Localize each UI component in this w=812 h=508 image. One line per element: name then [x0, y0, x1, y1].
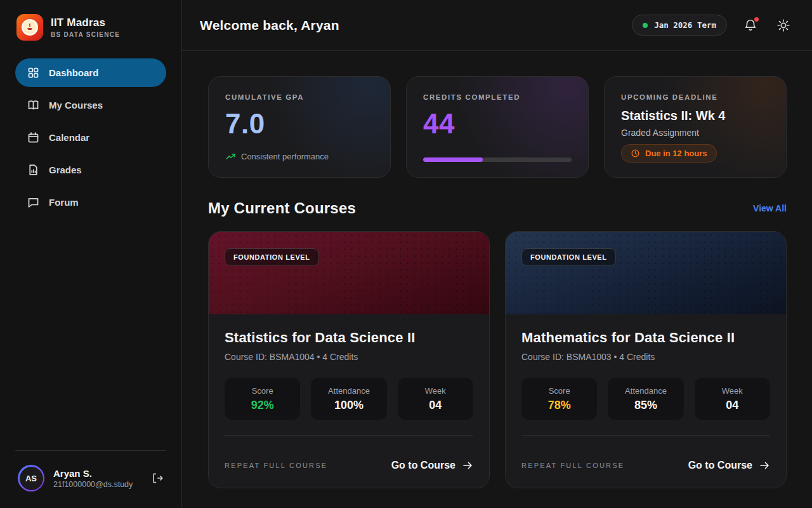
- view-all-link[interactable]: View All: [753, 203, 787, 213]
- sidebar-nav: Dashboard My Courses Calendar: [0, 58, 181, 217]
- go-to-course-button[interactable]: Go to Course: [391, 460, 473, 471]
- score-stat: Score 78%: [521, 378, 597, 420]
- credits-progress-fill: [423, 157, 483, 162]
- divider: [521, 435, 770, 436]
- sidebar-item-label: Dashboard: [49, 67, 98, 78]
- course-stats: Score 92% Attendance 100% Week 04: [225, 378, 473, 420]
- level-badge: FOUNDATION LEVEL: [521, 248, 616, 266]
- theme-toggle-button[interactable]: [774, 16, 793, 35]
- go-to-course-label: Go to Course: [391, 460, 455, 471]
- main-area: Welcome back, Aryan Jan 2026 Term: [182, 0, 812, 508]
- deadline-card: UPCOMING DEADLINE Statistics II: Wk 4 Gr…: [604, 76, 787, 178]
- user-email: 21f1000000@ds.study: [53, 480, 142, 489]
- course-meta: Course ID: BSMA1003 • 4 Credits: [521, 352, 770, 362]
- score-stat: Score 92%: [225, 378, 300, 420]
- gpa-value: 7.0: [225, 110, 374, 138]
- status-dot: [643, 23, 648, 28]
- sidebar: IIT Madras BS DATA SCIENCE Dashboard My …: [0, 0, 182, 508]
- course-tag: REPEAT FULL COURSE: [521, 462, 624, 469]
- stats-row: CUMULATIVE GPA 7.0 Consistent performanc…: [208, 76, 787, 178]
- week-label: Week: [425, 386, 446, 396]
- attendance-label: Attendance: [625, 386, 667, 396]
- topbar: Welcome back, Aryan Jan 2026 Term: [182, 0, 812, 51]
- document-chart-icon: [27, 163, 40, 177]
- score-value: 92%: [251, 399, 274, 412]
- score-value: 78%: [548, 399, 571, 412]
- gpa-label: CUMULATIVE GPA: [225, 93, 374, 101]
- page-title: Welcome back, Aryan: [200, 18, 339, 33]
- gpa-card: CUMULATIVE GPA 7.0 Consistent performanc…: [208, 76, 391, 178]
- score-label: Score: [252, 386, 273, 396]
- arrow-right-icon: [759, 460, 770, 471]
- sidebar-item-label: Calendar: [49, 132, 89, 143]
- notification-dot: [754, 17, 759, 22]
- due-badge: Due in 12 hours: [621, 144, 717, 163]
- calendar-icon: [27, 131, 40, 144]
- deadline-subtitle: Graded Assignment: [621, 128, 769, 138]
- sun-icon: [776, 18, 790, 32]
- attendance-value: 85%: [634, 399, 657, 412]
- attendance-label: Attendance: [328, 386, 370, 396]
- book-icon: [27, 98, 40, 112]
- grid-icon: [27, 66, 40, 79]
- course-tag: REPEAT FULL COURSE: [225, 462, 327, 469]
- avatar: AS: [18, 465, 44, 491]
- go-to-course-label: Go to Course: [688, 460, 752, 471]
- deadline-title: Statistics II: Wk 4: [621, 109, 769, 123]
- avatar-initials: AS: [20, 467, 43, 490]
- sidebar-item-label: Grades: [49, 164, 82, 175]
- week-label: Week: [722, 386, 743, 396]
- sidebar-item-label: My Courses: [49, 100, 103, 110]
- term-badge-label: Jan 2026 Term: [654, 20, 716, 30]
- brand-title: IIT Madras: [51, 17, 120, 29]
- course-title: Statistics for Data Science II: [225, 330, 473, 346]
- sidebar-item-calendar[interactable]: Calendar: [15, 123, 166, 152]
- course-stats: Score 78% Attendance 85% Week 04: [521, 378, 770, 420]
- sidebar-item-dashboard[interactable]: Dashboard: [15, 58, 166, 87]
- chat-bubble-icon: [27, 196, 40, 209]
- week-value: 04: [429, 399, 442, 412]
- notifications-button[interactable]: [741, 16, 760, 35]
- courses-header: My Current Courses View All: [208, 199, 787, 217]
- attendance-stat: Attendance 85%: [608, 378, 683, 420]
- course-banner: FOUNDATION LEVEL: [209, 232, 489, 314]
- term-badge: Jan 2026 Term: [632, 15, 727, 36]
- due-badge-label: Due in 12 hours: [645, 149, 707, 158]
- gpa-note: Consistent performance: [241, 152, 329, 161]
- trending-up-icon: [225, 151, 236, 162]
- divider: [225, 435, 473, 436]
- dashboard-content: CUMULATIVE GPA 7.0 Consistent performanc…: [182, 51, 812, 508]
- brand-subtitle: BS DATA SCIENCE: [51, 31, 120, 38]
- sidebar-item-label: Forum: [49, 197, 79, 208]
- iit-madras-logo: [16, 14, 43, 41]
- credits-value: 44: [423, 110, 572, 138]
- go-to-course-button[interactable]: Go to Course: [688, 460, 770, 471]
- attendance-stat: Attendance 100%: [311, 378, 386, 420]
- week-stat: Week 04: [695, 378, 770, 420]
- arrow-right-icon: [462, 460, 473, 471]
- sidebar-item-grades[interactable]: Grades: [15, 156, 166, 184]
- course-card-statistics: FOUNDATION LEVEL Statistics for Data Sci…: [208, 231, 490, 488]
- attendance-value: 100%: [334, 399, 363, 412]
- clock-icon: [631, 149, 640, 158]
- user-section: AS Aryan S. 21f1000000@ds.study: [15, 450, 166, 508]
- deadline-label: UPCOMING DEADLINE: [621, 93, 769, 101]
- week-stat: Week 04: [398, 378, 473, 420]
- course-title: Mathematics for Data Science II: [521, 330, 770, 346]
- credits-progress-track: [423, 157, 572, 162]
- credits-label: CREDITS COMPLETED: [423, 93, 572, 101]
- courses-grid: FOUNDATION LEVEL Statistics for Data Sci…: [208, 231, 787, 488]
- sidebar-item-forum[interactable]: Forum: [15, 188, 166, 217]
- user-name: Aryan S.: [53, 468, 142, 479]
- level-badge: FOUNDATION LEVEL: [225, 248, 319, 266]
- course-card-mathematics: FOUNDATION LEVEL Mathematics for Data Sc…: [505, 231, 787, 488]
- score-label: Score: [549, 386, 570, 396]
- week-value: 04: [726, 399, 738, 412]
- sidebar-item-my-courses[interactable]: My Courses: [15, 91, 166, 119]
- course-meta: Course ID: BSMA1004 • 4 Credits: [225, 352, 473, 362]
- courses-heading: My Current Courses: [208, 199, 356, 217]
- course-banner: FOUNDATION LEVEL: [506, 232, 786, 314]
- brand: IIT Madras BS DATA SCIENCE: [0, 0, 181, 58]
- logout-icon[interactable]: [151, 472, 164, 485]
- credits-card: CREDITS COMPLETED 44: [406, 76, 589, 178]
